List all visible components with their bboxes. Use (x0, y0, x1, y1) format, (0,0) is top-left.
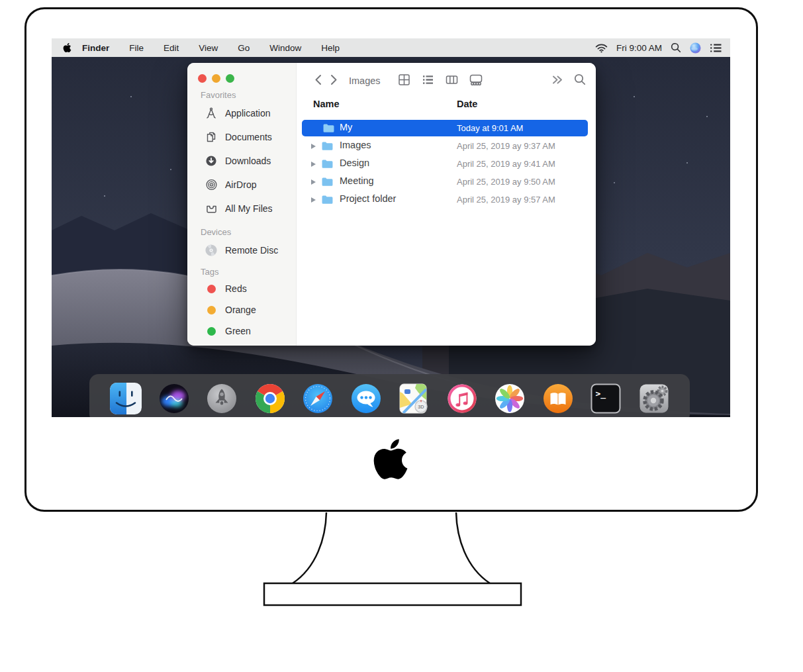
sidebar-section-tags: Tags (201, 266, 296, 278)
sidebar-tag-orange[interactable]: Orange (187, 299, 296, 320)
column-view-button[interactable] (445, 73, 459, 89)
sidebar-item-label: AirDrop (225, 179, 256, 190)
dock-messages-icon[interactable] (350, 383, 382, 414)
view-switcher (397, 73, 483, 89)
file-date: April 25, 2019 ay 9:41 AM (457, 159, 555, 169)
sidebar-item-label: Orange (225, 305, 256, 315)
disclosure-triangle-icon[interactable] (311, 197, 316, 203)
file-row-project-folder[interactable]: Project folder April 25, 2019 ay 9:57 AM (297, 191, 596, 209)
imac-apple-logo (373, 436, 408, 482)
sidebar-item-downloads[interactable]: Downloads (187, 149, 296, 173)
dock-system-preferences-icon[interactable] (638, 383, 670, 414)
dock-books-icon[interactable] (542, 383, 574, 414)
menu-bar: Finder File Edit View Go Window Help Fri… (52, 38, 730, 57)
disclosure-triangle-icon[interactable] (311, 179, 316, 185)
documents-icon (205, 131, 218, 143)
file-name: Images (340, 140, 371, 150)
search-icon[interactable] (574, 73, 586, 88)
dock-launchpad-icon[interactable] (206, 383, 238, 414)
sidebar-section-favorites: Favorites (201, 89, 296, 101)
dock-terminal-icon[interactable]: >_ (590, 383, 622, 414)
file-date: Today at 9:01 AM (457, 123, 523, 133)
file-list: My Today at 9:01 AM Images April 25, 201… (297, 120, 596, 209)
file-row-design[interactable]: Design April 25, 2019 ay 9:41 AM (297, 156, 596, 173)
icon-view-button[interactable] (397, 73, 411, 89)
apple-menu-icon[interactable] (63, 42, 71, 53)
disclosure-triangle-icon[interactable] (311, 162, 316, 167)
sidebar-item-documents[interactable]: Documents (187, 125, 296, 149)
column-header-date[interactable]: Date (457, 99, 477, 109)
file-name: My (340, 122, 352, 132)
menu-view[interactable]: View (199, 43, 218, 53)
compass-icon (205, 107, 218, 119)
sidebar-tag-green[interactable]: Green (187, 320, 296, 342)
file-name: Design (340, 158, 369, 168)
folder-icon (321, 177, 334, 189)
terminal-prompt-glyph: >_ (596, 389, 606, 399)
sidebar-item-label: Remote Disc (225, 245, 278, 256)
airdrop-icon (205, 179, 218, 191)
disc-icon (205, 244, 218, 257)
dock-photos-icon[interactable] (494, 383, 526, 414)
notification-list-icon[interactable] (710, 43, 722, 53)
menu-file[interactable]: File (129, 43, 144, 53)
active-app-name[interactable]: Finder (82, 43, 109, 53)
sidebar-item-label: Green (225, 326, 251, 336)
window-controls (198, 74, 234, 83)
dock-chrome-icon[interactable] (254, 383, 286, 414)
menu-window[interactable]: Window (269, 43, 301, 53)
finder-toolbar[interactable]: Images (297, 63, 596, 99)
dock-itunes-icon[interactable] (446, 383, 478, 414)
orange-tag-icon (207, 306, 216, 314)
desktop: Favorites Application (52, 57, 730, 417)
folder-icon (321, 195, 334, 207)
sidebar-item-airdrop[interactable]: AirDrop (187, 173, 296, 197)
forward-button[interactable] (330, 74, 338, 88)
file-name: Meeting (340, 175, 374, 186)
column-header-name[interactable]: Name (313, 99, 340, 109)
folder-icon (322, 123, 335, 135)
spotlight-search-icon[interactable] (671, 42, 681, 53)
sidebar-item-label: Documents (225, 132, 272, 142)
file-name: Project folder (340, 193, 396, 204)
menu-clock[interactable]: Fri 9:00 AM (616, 43, 662, 53)
disclosure-triangle-icon[interactable] (311, 144, 316, 149)
sidebar-section-devices: Devices (201, 226, 296, 238)
list-view-button[interactable] (421, 73, 435, 89)
all-my-files-icon (205, 203, 218, 215)
close-button[interactable] (198, 74, 207, 83)
file-row-images[interactable]: Images April 25, 2019 ay 9:37 AM (297, 138, 596, 156)
green-tag-icon (207, 327, 216, 336)
dock-maps-icon[interactable]: 3D (398, 383, 430, 414)
menu-help[interactable]: Help (321, 43, 340, 53)
imac-frame: Finder File Edit View Go Window Help Fri… (24, 7, 758, 512)
file-row-meeting[interactable]: Meeting April 25, 2019 ay 9:50 AM (297, 173, 596, 191)
sidebar-item-label: Application (225, 108, 271, 119)
sidebar-tag-reds[interactable]: Reds (187, 278, 296, 299)
finder-main-pane: Images (297, 63, 596, 346)
wifi-icon[interactable] (595, 43, 608, 53)
dock-safari-icon[interactable] (302, 383, 334, 414)
file-row-my[interactable]: My Today at 9:01 AM (297, 120, 596, 138)
dock: 3D (89, 374, 690, 417)
minimize-button[interactable] (212, 74, 220, 83)
sidebar-item-all-my-files[interactable]: All My Files (187, 197, 296, 220)
more-toolbar-items-icon[interactable] (552, 74, 563, 88)
folder-icon (321, 159, 334, 171)
menu-go[interactable]: Go (238, 43, 250, 53)
back-button[interactable] (314, 74, 322, 88)
dock-siri-icon[interactable] (158, 383, 190, 414)
window-title: Images (349, 75, 381, 86)
gallery-view-button[interactable] (469, 73, 483, 89)
sidebar-item-application[interactable]: Application (187, 101, 296, 125)
menu-edit[interactable]: Edit (164, 43, 179, 53)
sidebar-item-remote-disc[interactable]: Remote Disc (187, 238, 296, 262)
sidebar-item-label: Downloads (225, 156, 271, 166)
dock-finder-icon[interactable] (110, 383, 142, 414)
file-date: April 25, 2019 ay 9:50 AM (457, 177, 555, 187)
downloads-icon (205, 155, 218, 167)
siri-menu-icon[interactable] (690, 42, 701, 54)
sidebar-item-label: All My Files (225, 203, 273, 214)
zoom-button[interactable] (226, 74, 234, 83)
file-date: April 25, 2019 ay 9:57 AM (457, 195, 555, 205)
